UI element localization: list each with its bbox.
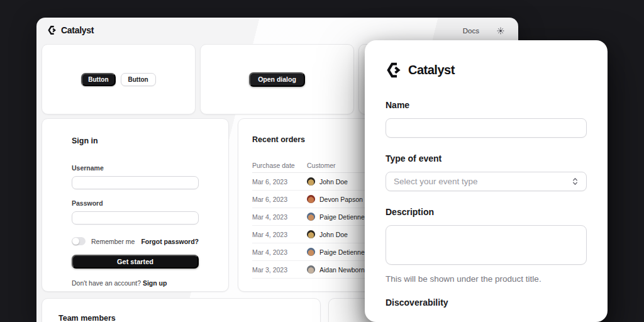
- team-members-title: Team members: [58, 314, 320, 322]
- description-group: Description This will be shown under the…: [386, 207, 587, 284]
- avatar: [307, 177, 315, 186]
- toggle-knob: [72, 238, 79, 245]
- event-type-label: Type of event: [386, 153, 587, 164]
- signup-prefix: Don't have an account?: [72, 279, 143, 287]
- customer-name: Paige Detienne: [319, 248, 365, 256]
- buttons-demo-card: Button Button: [42, 44, 196, 114]
- sun-icon: [497, 27, 504, 35]
- event-type-placeholder: Select your event type: [394, 177, 478, 186]
- customer-name: Paige Detienne: [319, 213, 365, 221]
- drawer-brand-logo: Catalyst: [386, 62, 587, 79]
- password-input[interactable]: [72, 211, 199, 225]
- outline-button[interactable]: Button: [121, 73, 156, 86]
- drawer-brand-name: Catalyst: [408, 63, 455, 77]
- description-label: Description: [386, 207, 587, 217]
- solid-button[interactable]: Button: [81, 73, 115, 86]
- catalyst-logo-icon: [386, 62, 402, 79]
- dialog-demo-card: Open dialog: [200, 44, 354, 114]
- remember-row: Remember me Forgot password?: [72, 237, 199, 245]
- name-label: Name: [386, 100, 587, 110]
- get-started-button[interactable]: Get started: [72, 255, 199, 269]
- description-help-text: This will be shown under the product tit…: [386, 274, 587, 284]
- description-textarea[interactable]: [386, 225, 587, 265]
- signup-link[interactable]: Sign up: [143, 279, 167, 287]
- customer-name: John Doe: [319, 231, 348, 238]
- discoverability-label: Discoverability: [386, 297, 587, 308]
- docs-link[interactable]: Docs: [463, 27, 479, 35]
- username-input[interactable]: [72, 176, 199, 189]
- forgot-password-link[interactable]: Forgot password?: [141, 238, 199, 245]
- order-date: Mar 3, 2023: [252, 266, 307, 274]
- password-group: Password: [72, 199, 199, 225]
- open-dialog-button[interactable]: Open dialog: [249, 72, 305, 87]
- chevron-up-down-icon: [572, 177, 579, 186]
- avatar: [307, 265, 315, 274]
- signin-title: Sign in: [72, 136, 199, 145]
- order-date: Mar 6, 2023: [252, 196, 307, 203]
- name-group: Name: [386, 100, 587, 138]
- order-date: Mar 4, 2023: [252, 231, 307, 238]
- catalyst-logo-icon: [47, 25, 57, 35]
- event-type-group: Type of event Select your event type: [386, 153, 587, 191]
- theme-toggle-button[interactable]: [496, 26, 506, 36]
- username-group: Username: [72, 164, 199, 189]
- avatar: [307, 213, 315, 221]
- event-dialog-panel: Catalyst Name Type of event Select your …: [365, 40, 608, 322]
- order-date: Mar 4, 2023: [252, 213, 307, 221]
- column-purchase-date: Purchase date: [252, 162, 307, 169]
- brand-logo: Catalyst: [47, 25, 94, 35]
- customer-name: Aidan Newborn: [319, 266, 365, 274]
- avatar: [307, 248, 315, 256]
- signin-card: Sign in Username Password Remember me Fo…: [42, 118, 229, 292]
- username-label: Username: [72, 164, 199, 172]
- event-type-select[interactable]: Select your event type: [386, 172, 587, 191]
- password-label: Password: [72, 199, 199, 207]
- customer-name: Devon Papson: [319, 196, 363, 203]
- avatar: [307, 195, 315, 203]
- signup-line: Don't have an account? Sign up: [72, 279, 199, 287]
- remember-me-toggle[interactable]: [72, 237, 86, 245]
- brand-name: Catalyst: [61, 25, 94, 35]
- event-name-input[interactable]: [386, 118, 587, 138]
- customer-name: John Doe: [319, 178, 348, 186]
- remember-me-label: Remember me: [91, 238, 135, 245]
- team-members-card: Team members: [42, 298, 321, 322]
- order-date: Mar 6, 2023: [252, 178, 307, 186]
- order-date: Mar 4, 2023: [252, 248, 307, 256]
- avatar: [307, 230, 315, 238]
